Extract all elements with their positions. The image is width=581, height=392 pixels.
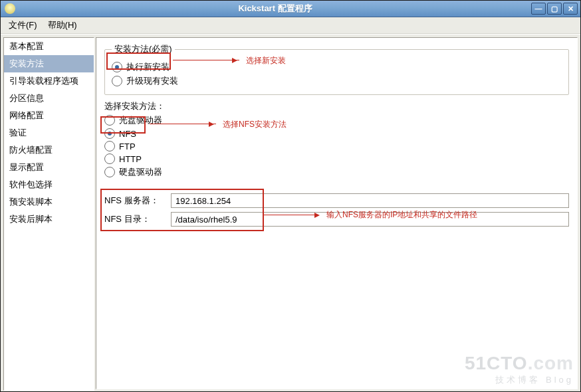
radio-method-cd[interactable] xyxy=(104,115,115,126)
label-method-nfs: NFS xyxy=(119,129,136,139)
window-titlebar: Kickstart 配置程序 — ▢ ✕ xyxy=(1,1,580,17)
label-nfs-dir: NFS 目录： xyxy=(104,213,171,225)
input-nfs-server[interactable] xyxy=(171,193,569,208)
maximize-button[interactable]: ▢ xyxy=(547,3,562,15)
app-icon xyxy=(5,3,15,14)
label-nfs-server: NFS 服务器： xyxy=(104,195,171,207)
install-group-legend: 安装方法(必需) xyxy=(112,43,175,55)
sidebar-item-partition[interactable]: 分区信息 xyxy=(4,90,94,107)
radio-method-http[interactable] xyxy=(104,153,115,164)
sidebar-item-bootloader[interactable]: 引导装载程序选项 xyxy=(4,72,94,90)
label-upgrade: 升级现有安装 xyxy=(126,75,178,87)
sidebar: 基本配置 安装方法 引导装载程序选项 分区信息 网络配置 验证 防火墙配置 显示… xyxy=(3,37,94,391)
sidebar-item-firewall[interactable]: 防火墙配置 xyxy=(4,142,94,159)
label-new-install: 执行新安装 xyxy=(126,61,170,73)
radio-method-hd[interactable] xyxy=(104,167,115,177)
radio-new-install[interactable] xyxy=(112,62,122,72)
menu-file[interactable]: 文件(F) xyxy=(3,19,43,31)
label-method-hd: 硬盘驱动器 xyxy=(119,166,162,178)
label-method-cd: 光盘驱动器 xyxy=(119,114,162,126)
minimize-button[interactable]: — xyxy=(531,3,546,15)
install-group: 安装方法(必需) 执行新安装 升级现有安装 xyxy=(104,43,569,95)
main-panel: 安装方法(必需) 执行新安装 升级现有安装 选择安装方法： 光盘驱动器 xyxy=(96,37,578,389)
radio-upgrade[interactable] xyxy=(112,76,122,86)
radio-method-nfs[interactable] xyxy=(104,128,115,139)
close-button[interactable]: ✕ xyxy=(563,3,578,15)
method-heading: 选择安装方法： xyxy=(104,100,165,112)
label-method-ftp: FTP xyxy=(119,142,136,151)
sidebar-item-packages[interactable]: 软件包选择 xyxy=(4,176,94,193)
sidebar-item-install-method[interactable]: 安装方法 xyxy=(4,55,94,72)
sidebar-item-basic[interactable]: 基本配置 xyxy=(4,38,94,55)
radio-method-ftp[interactable] xyxy=(104,141,115,151)
input-nfs-dir[interactable] xyxy=(171,212,569,227)
sidebar-item-network[interactable]: 网络配置 xyxy=(4,107,94,124)
sidebar-item-post-script[interactable]: 安装后脚本 xyxy=(4,211,94,228)
window-title: Kickstart 配置程序 xyxy=(19,3,531,15)
sidebar-item-display[interactable]: 显示配置 xyxy=(4,159,94,176)
sidebar-item-pre-script[interactable]: 预安装脚本 xyxy=(4,193,94,211)
menubar: 文件(F) 帮助(H) xyxy=(1,17,580,34)
label-method-http: HTTP xyxy=(119,154,142,164)
menu-help[interactable]: 帮助(H) xyxy=(43,19,82,31)
sidebar-item-auth[interactable]: 验证 xyxy=(4,124,94,142)
